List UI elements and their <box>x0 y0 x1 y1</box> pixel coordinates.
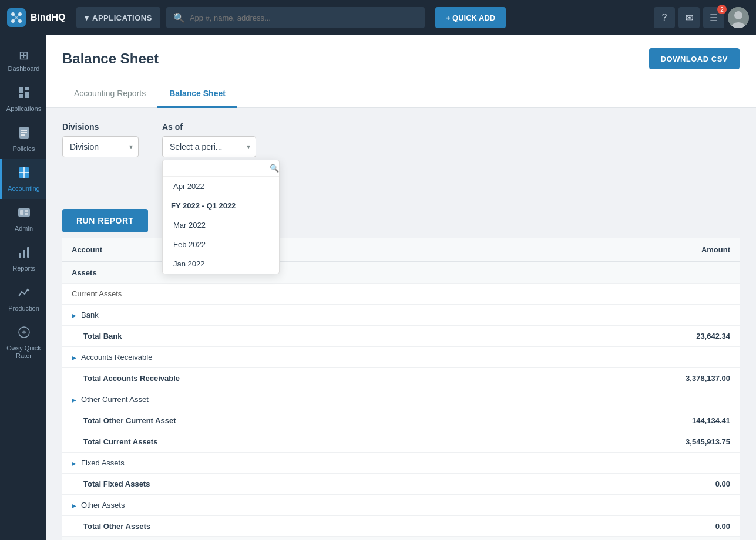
svg-point-8 <box>734 11 742 19</box>
avatar[interactable] <box>728 7 749 28</box>
table-row: Total Bank23,642.34 <box>62 326 740 347</box>
division-select[interactable]: Division <box>62 136 139 157</box>
account-cell: Total Accounts Receivable <box>62 368 514 389</box>
content-area: Divisions Division ▾ As of Select a peri… <box>46 108 756 540</box>
period-search-bar: 🔍 <box>163 160 279 177</box>
policies-icon <box>18 126 30 142</box>
account-col-header: Account <box>62 238 514 262</box>
account-cell: Current Assets <box>62 284 514 305</box>
table-row: Total Fixed Assets0.00 <box>62 474 740 495</box>
table-row: ▶Other Current Asset <box>62 389 740 410</box>
table-row: ▶Fixed Assets <box>62 453 740 474</box>
sidebar-item-label: Admin <box>15 225 33 232</box>
sidebar-item-accounting[interactable]: Accounting <box>0 159 46 199</box>
svg-rect-12 <box>19 95 23 98</box>
amount-cell <box>514 495 740 516</box>
nav-icons: ? ✉ ☰ 2 <box>654 7 749 28</box>
filter-bar: Divisions Division ▾ As of Select a peri… <box>62 122 740 187</box>
expand-arrow-icon[interactable]: ▶ <box>72 397 76 403</box>
account-cell: Total Other Assets <box>62 516 514 537</box>
period-search-input[interactable] <box>167 164 266 173</box>
period-option-jan2022[interactable]: Jan 2022 <box>163 254 279 274</box>
sidebar-item-production[interactable]: Production <box>0 279 46 319</box>
expand-arrow-icon[interactable]: ▶ <box>72 355 76 361</box>
tab-accounting-reports[interactable]: Accounting Reports <box>62 80 157 108</box>
expand-arrow-icon[interactable]: ▶ <box>72 312 76 319</box>
table-row: ▶Bank <box>62 305 740 326</box>
svg-rect-24 <box>25 213 28 215</box>
amount-cell: 3,545,913.75 <box>514 431 740 453</box>
account-cell: ▶Bank <box>62 305 514 326</box>
period-option-feb2022[interactable]: Feb 2022 <box>163 235 279 254</box>
sidebar-item-applications[interactable]: Applications <box>0 79 46 119</box>
period-dropdown: 🔍 Apr 2022 FY 2022 - Q1 2022 Mar 2022 Fe… <box>162 160 280 274</box>
divisions-label: Divisions <box>62 122 139 131</box>
svg-rect-25 <box>19 253 21 258</box>
amount-cell <box>514 453 740 474</box>
sidebar-item-reports[interactable]: Reports <box>0 239 46 279</box>
run-report-button[interactable]: RUN REPORT <box>62 209 148 232</box>
dashboard-icon: ⊞ <box>19 48 29 62</box>
amount-cell <box>514 305 740 326</box>
sidebar-item-dashboard[interactable]: ⊞ Dashboard <box>0 41 46 79</box>
mail-button[interactable]: ✉ <box>678 7 700 28</box>
table-row: Total Accounts Receivable3,378,137.00 <box>62 368 740 389</box>
svg-rect-26 <box>23 250 25 258</box>
as-of-label: As of <box>162 122 256 131</box>
amount-cell: 3,378,137.00 <box>514 368 740 389</box>
owsy-icon <box>18 326 31 342</box>
sidebar-item-admin[interactable]: Admin <box>0 199 46 239</box>
sidebar-item-label: Dashboard <box>8 65 40 72</box>
page-header: Balance Sheet DOWNLOAD CSV <box>46 35 756 80</box>
period-option-mar2022[interactable]: Mar 2022 <box>163 215 279 235</box>
table-row: ▶Accounts Receivable <box>62 347 740 368</box>
amount-cell: 144,134.41 <box>514 410 740 431</box>
download-csv-button[interactable]: DOWNLOAD CSV <box>649 48 740 69</box>
svg-rect-13 <box>25 92 29 98</box>
help-button[interactable]: ? <box>654 7 675 28</box>
applications-button[interactable]: ▾ APPLICATIONS <box>76 7 160 28</box>
account-cell: Total Other Current Asset <box>62 410 514 431</box>
amount-cell: 3,545,913.75 <box>514 537 740 541</box>
svg-rect-10 <box>19 87 23 93</box>
sidebar-item-label: Owsy Quick Rater <box>4 345 43 360</box>
tab-balance-sheet[interactable]: Balance Sheet <box>157 80 237 108</box>
sidebar-item-label: Reports <box>12 265 35 272</box>
notification-badge: 2 <box>717 5 727 14</box>
amount-cell: 23,642.34 <box>514 326 740 347</box>
search-bar: 🔍 <box>166 7 425 28</box>
logo-text: BindHQ <box>31 12 66 23</box>
period-option-apr2022[interactable]: Apr 2022 <box>163 177 279 196</box>
chevron-down-icon: ▾ <box>85 14 89 22</box>
expand-arrow-icon[interactable]: ▶ <box>72 460 76 467</box>
applications-label: APPLICATIONS <box>92 14 152 22</box>
notifications-button[interactable]: ☰ 2 <box>703 7 724 28</box>
topnav: BindHQ ▾ APPLICATIONS 🔍 + QUICK ADD ? ✉ … <box>0 0 756 35</box>
quick-add-button[interactable]: + QUICK ADD <box>435 7 506 28</box>
layout: ⊞ Dashboard Applications Policies Accoun… <box>0 35 756 540</box>
production-icon <box>18 286 31 302</box>
expand-arrow-icon[interactable]: ▶ <box>72 502 76 509</box>
accounting-icon <box>18 166 31 182</box>
applications-icon <box>18 86 31 102</box>
search-icon: 🔍 <box>270 164 279 173</box>
sidebar-item-label: Policies <box>13 145 35 152</box>
admin-icon <box>18 206 31 222</box>
search-input[interactable] <box>190 14 418 22</box>
account-cell: ▶Fixed Assets <box>62 453 514 474</box>
amount-cell: 0.00 <box>514 516 740 537</box>
sidebar-item-owsy[interactable]: Owsy Quick Rater <box>0 319 46 367</box>
svg-rect-23 <box>25 210 28 212</box>
mail-icon: ✉ <box>686 12 693 23</box>
sidebar-item-policies[interactable]: Policies <box>0 119 46 159</box>
amount-cell: 0.00 <box>514 474 740 495</box>
amount-cell <box>514 347 740 368</box>
period-dropdown-wrap: Select a peri... ▾ 🔍 Apr 2022 FY 2022 - <box>162 136 256 157</box>
search-icon: 🔍 <box>173 12 185 23</box>
table-row: ▶Other Assets <box>62 495 740 516</box>
account-cell: Assets <box>62 262 514 284</box>
account-cell: TOTAL ASSETS <box>62 537 514 541</box>
period-select[interactable]: Select a peri... <box>162 136 256 157</box>
svg-rect-22 <box>20 210 23 215</box>
sidebar-item-label: Applications <box>6 105 41 112</box>
